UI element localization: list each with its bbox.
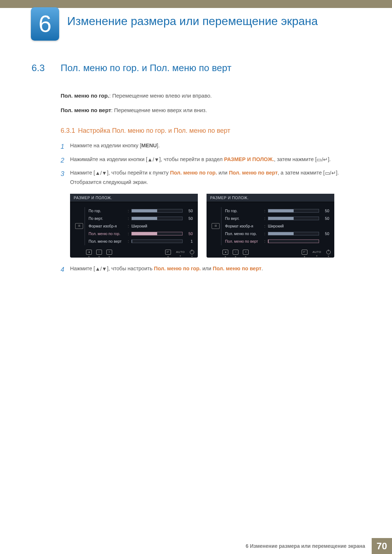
osd-value: 50 xyxy=(322,209,329,213)
intro-v: Пол. меню по верт: Перемещение меню ввер… xyxy=(61,106,363,115)
highlight: РАЗМЕР И ПОЛОЖ. xyxy=(224,156,274,162)
power-icon xyxy=(190,250,194,254)
menu-key: MENU xyxy=(141,143,157,148)
osd-row-label: По верт. xyxy=(225,216,264,221)
osd-row-label-active: Пол. меню по гор. xyxy=(89,231,128,236)
step-text: , затем нажмите [ xyxy=(274,156,317,162)
size-pos-icon: ⊞ xyxy=(75,223,83,229)
osd-panel-menu-v: РАЗМЕР И ПОЛОЖ. ⊞ По гор.:50 По верт.:50… xyxy=(207,194,334,258)
step-number: 1 xyxy=(61,141,70,153)
source-enter-icon: ▭/↵ xyxy=(317,155,328,164)
top-accent-bar xyxy=(0,0,392,8)
size-pos-icon: ⊞ xyxy=(212,223,220,229)
step-number: 2 xyxy=(61,155,70,167)
enter-icon: ↵ xyxy=(302,250,307,255)
osd-text-value: Широкий xyxy=(131,224,147,228)
osd-title: РАЗМЕР И ПОЛОЖ. xyxy=(207,194,334,202)
osd-row-label: По гор. xyxy=(225,209,264,213)
intro-h-desc: : Перемещение меню влево или вправо. xyxy=(109,93,212,99)
step-text: ]. xyxy=(328,156,331,162)
plus-icon: + xyxy=(106,250,112,255)
section-title: Пол. меню по гор. и Пол. меню по верт xyxy=(61,62,232,74)
step-text: Нажмите на изделии кнопку [ xyxy=(70,143,141,148)
power-icon xyxy=(326,250,331,254)
osd-screenshots: РАЗМЕР И ПОЛОЖ. ⊞ По гор.:50 По верт.:50… xyxy=(70,194,363,258)
back-icon: ◂ xyxy=(86,250,92,255)
step-1: 1 Нажмите на изделии кнопку [MENU]. xyxy=(61,141,363,153)
osd-value: 50 xyxy=(185,216,193,221)
up-down-icon: ▲/▼ xyxy=(147,155,159,164)
minus-icon: − xyxy=(96,250,102,255)
osd-value: 50 xyxy=(322,216,329,221)
osd-value: 1 xyxy=(185,239,193,243)
enter-icon: ↵ xyxy=(165,250,171,255)
intro-h: Пол. меню по гор.: Перемещение меню влев… xyxy=(61,91,363,100)
section-heading: 6.3 Пол. меню по гор. и Пол. меню по вер… xyxy=(32,62,363,74)
osd-value: 50 xyxy=(322,231,329,236)
step-2: 2 Нажимайте на изделии кнопки [▲/▼], что… xyxy=(61,155,363,167)
osd-row-label: По гор. xyxy=(89,209,128,213)
osd-row-label-active: Пол. меню по верт xyxy=(225,239,264,243)
step-text: ]. xyxy=(157,143,160,148)
up-down-icon: ▲/▼ xyxy=(95,264,107,274)
up-down-icon: ▲/▼ xyxy=(95,169,107,178)
osd-row-label: Пол. меню по гор. xyxy=(225,231,264,236)
section-number: 6.3 xyxy=(32,62,61,74)
intro-h-label: Пол. меню по гор. xyxy=(61,93,109,99)
intro-v-label: Пол. меню по верт xyxy=(61,107,111,113)
osd-row-label: Пол. меню по верт xyxy=(89,239,128,243)
osd-value-active: 50 xyxy=(185,231,193,236)
chapter-title: Изменение размера или перемещение экрана xyxy=(67,14,318,28)
osd-row-label: Формат изобр-я xyxy=(89,224,128,228)
intro-v-desc: : Перемещение меню вверх или вниз. xyxy=(111,107,207,113)
step-text: Нажимайте на изделии кнопки [ xyxy=(70,156,147,162)
step-text: , а затем нажмите [ xyxy=(278,170,325,176)
highlight: Пол. меню по верт xyxy=(229,170,278,176)
subsection-title: Настройка Пол. меню по гор. и Пол. меню … xyxy=(78,127,230,134)
step-text: ], чтобы настроить xyxy=(107,266,154,271)
minus-icon: − xyxy=(233,250,238,255)
step-4: 4 Нажмите [▲/▼], чтобы настроить Пол. ме… xyxy=(61,264,363,276)
highlight: Пол. меню по гор. xyxy=(170,170,217,176)
step-text: ], чтобы перейти в раздел xyxy=(159,156,224,162)
chapter-number-badge: 6 xyxy=(31,7,59,41)
step-text: или xyxy=(217,170,229,176)
osd-panel-menu-h: РАЗМЕР И ПОЛОЖ. ⊞ По гор.:50 По верт.:50… xyxy=(70,194,198,258)
highlight: Пол. меню по верт xyxy=(213,266,261,271)
osd-value: 50 xyxy=(185,209,193,213)
step-number: 4 xyxy=(61,264,70,276)
step-text: ], чтобы перейти к пункту xyxy=(107,170,170,176)
step-text: Нажмите [ xyxy=(70,266,95,271)
step-number: 3 xyxy=(61,168,70,187)
osd-row-label: Формат изобр-я xyxy=(225,224,264,228)
auto-label: AUTO xyxy=(313,250,321,254)
step-text: Нажмите [ xyxy=(70,170,95,176)
subsection-number: 6.3.1 xyxy=(61,127,75,134)
subsection-heading: 6.3.1Настройка Пол. меню по гор. и Пол. … xyxy=(61,127,363,135)
back-icon: ◂ xyxy=(222,250,228,255)
step-text: или xyxy=(201,266,213,271)
plus-icon: + xyxy=(243,250,249,255)
chapter-header: 6 Изменение размера или перемещение экра… xyxy=(0,7,392,41)
highlight: Пол. меню по гор. xyxy=(154,266,201,271)
auto-label: AUTO xyxy=(176,250,185,254)
source-enter-icon: ▭/↵ xyxy=(325,169,336,178)
osd-row-label: По верт. xyxy=(89,216,128,221)
step-3: 3 Нажмите [▲/▼], чтобы перейти к пункту … xyxy=(61,168,363,187)
step-text: . xyxy=(261,266,263,271)
osd-text-value: Широкий xyxy=(268,224,284,228)
osd-title: РАЗМЕР И ПОЛОЖ. xyxy=(70,194,198,202)
